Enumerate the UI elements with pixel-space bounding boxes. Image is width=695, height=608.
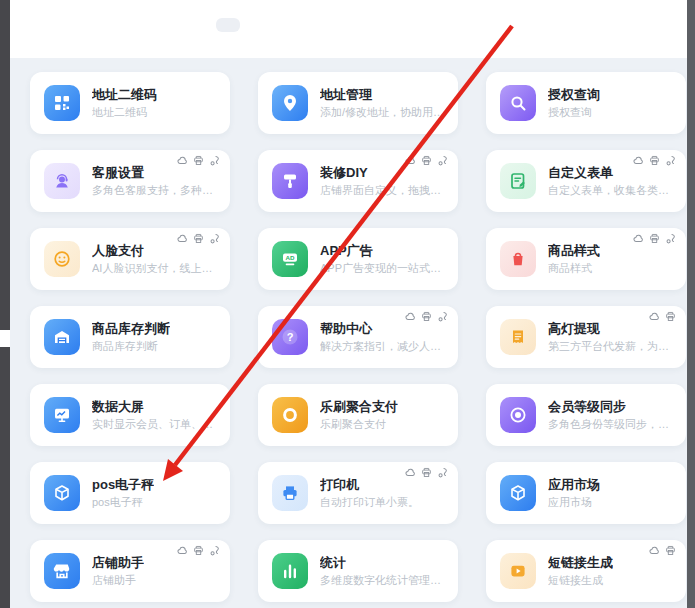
qr-icon: [44, 85, 80, 121]
card-platform-badges: [649, 311, 676, 322]
monitor-icon: [44, 397, 80, 433]
share-icon: [437, 155, 448, 166]
pin-icon: [272, 85, 308, 121]
printer-icon: [665, 311, 676, 322]
app-title: 会员等级同步: [548, 398, 676, 415]
svg-text:AD: AD: [286, 254, 295, 261]
app-card-地址管理[interactable]: 地址管理 添加/修改地址，协助用户更改信...: [258, 72, 458, 134]
app-subtitle: 短链接生成: [548, 573, 613, 588]
card-platform-badges: [177, 155, 220, 166]
share-icon: [665, 233, 676, 244]
app-subtitle: 多角色客服支持，多种服务入口。: [92, 183, 220, 198]
app-card-应用市场[interactable]: 应用市场 应用市场: [486, 462, 686, 524]
app-card-装修DIY[interactable]: 装修DIY 店铺界面自定义，拖拽式操作，百...: [258, 150, 458, 212]
app-subtitle: 实时显示会员、订单、佣金、地...: [92, 417, 220, 432]
app-title: 帮助中心: [320, 320, 448, 337]
card-platform-badges: [633, 233, 676, 244]
cube-icon: [500, 475, 536, 511]
app-title: APP广告: [320, 242, 448, 259]
app-card-统计[interactable]: 统计 多维度数字化统计管理，深度了解...: [258, 540, 458, 602]
app-card-客服设置[interactable]: 客服设置 多角色客服支持，多种服务入口。: [30, 150, 230, 212]
app-card-高灯提现[interactable]: 高灯提现 第三方平台代发薪，为企业减税降...: [486, 306, 686, 368]
app-card-APP广告[interactable]: AD APP广告 APP广告变现的一站式解决方案: [258, 228, 458, 290]
app-title: 应用市场: [548, 476, 600, 493]
svg-text:?: ?: [287, 331, 294, 343]
card-platform-badges: [177, 545, 220, 556]
cloud-icon: [649, 311, 660, 322]
app-subtitle: 解决方案指引，减少人工工作量。: [320, 339, 448, 354]
app-card-乐刷聚合支付[interactable]: 乐刷聚合支付 乐刷聚合支付: [258, 384, 458, 446]
cube-icon: [44, 475, 80, 511]
cloud-icon: [405, 155, 416, 166]
app-subtitle: 商品样式: [548, 261, 600, 276]
cloud-icon: [177, 155, 188, 166]
receipt-icon: [500, 319, 536, 355]
app-title: 商品库存判断: [92, 320, 170, 337]
app-title: 地址二维码: [92, 86, 157, 103]
app-title: 乐刷聚合支付: [320, 398, 398, 415]
tabs-list: [0, 0, 695, 32]
printer-icon: [665, 545, 676, 556]
category-tab-bar: [0, 0, 695, 58]
app-card-地址二维码[interactable]: 地址二维码 地址二维码: [30, 72, 230, 134]
app-subtitle: 自定义表单，收集各类信息。: [548, 183, 676, 198]
app-title: pos电子秤: [92, 476, 154, 493]
left-edge-notch: [0, 330, 10, 347]
app-card-店铺助手[interactable]: 店铺助手 店铺助手: [30, 540, 230, 602]
app-card-自定义表单[interactable]: 自定义表单 自定义表单，收集各类信息。: [486, 150, 686, 212]
share-icon: [209, 155, 220, 166]
store-icon: [44, 553, 80, 589]
share-icon: [665, 155, 676, 166]
play-icon: [500, 553, 536, 589]
app-subtitle: 授权查询: [548, 105, 600, 120]
card-platform-badges: [633, 155, 676, 166]
app-subtitle: 多维度数字化统计管理，深度了解...: [320, 573, 448, 588]
card-platform-badges: [405, 467, 448, 478]
ring-icon: [272, 397, 308, 433]
app-card-商品样式[interactable]: 商品样式 商品样式: [486, 228, 686, 290]
app-card-人脸支付[interactable]: 人脸支付 AI人脸识别支付，线上支付即成线...: [30, 228, 230, 290]
face-icon: [44, 241, 80, 277]
right-edge-panel: [687, 0, 695, 608]
card-platform-badges: [405, 155, 448, 166]
form-icon: [500, 163, 536, 199]
printer-icon: [193, 155, 204, 166]
printer-icon: [272, 475, 308, 511]
app-title: 短链接生成: [548, 554, 613, 571]
ad-icon: AD: [272, 241, 308, 277]
card-platform-badges: [405, 311, 448, 322]
app-title: 装修DIY: [320, 164, 448, 181]
app-card-pos电子秤[interactable]: pos电子秤 pos电子秤: [30, 462, 230, 524]
app-subtitle: 乐刷聚合支付: [320, 417, 398, 432]
app-card-会员等级同步[interactable]: 会员等级同步 多角色身份等级同步，会员成长体...: [486, 384, 686, 446]
app-subtitle: 店铺助手: [92, 573, 144, 588]
app-subtitle: AI人脸识别支付，线上支付即成线...: [92, 261, 220, 276]
app-title: 高灯提现: [548, 320, 676, 337]
cloud-icon: [649, 545, 660, 556]
share-icon: [437, 467, 448, 478]
left-edge-panel: [0, 0, 10, 608]
app-card-数据大屏[interactable]: 数据大屏 实时显示会员、订单、佣金、地...: [30, 384, 230, 446]
tab-工具类[interactable]: [216, 18, 240, 32]
app-subtitle: 商品库存判断: [92, 339, 170, 354]
app-card-短链接生成[interactable]: 短链接生成 短链接生成: [486, 540, 686, 602]
app-card-授权查询[interactable]: 授权查询 授权查询: [486, 72, 686, 134]
cloud-icon: [177, 545, 188, 556]
share-icon: [437, 311, 448, 322]
question-icon: ?: [272, 319, 308, 355]
printer-icon: [193, 233, 204, 244]
app-card-帮助中心[interactable]: ? 帮助中心 解决方案指引，减少人工工作量。: [258, 306, 458, 368]
printer-icon: [193, 545, 204, 556]
app-card-打印机[interactable]: 打印机 自动打印订单小票。: [258, 462, 458, 524]
app-subtitle: 地址二维码: [92, 105, 157, 120]
app-card-商品库存判断[interactable]: 商品库存判断 商品库存判断: [30, 306, 230, 368]
app-title: 店铺助手: [92, 554, 144, 571]
app-subtitle: 应用市场: [548, 495, 600, 510]
cloud-icon: [633, 155, 644, 166]
app-subtitle: APP广告变现的一站式解决方案: [320, 261, 448, 276]
warehouse-icon: [44, 319, 80, 355]
printer-icon: [421, 467, 432, 478]
app-title: 数据大屏: [92, 398, 220, 415]
medal-icon: [500, 397, 536, 433]
app-title: 自定义表单: [548, 164, 676, 181]
